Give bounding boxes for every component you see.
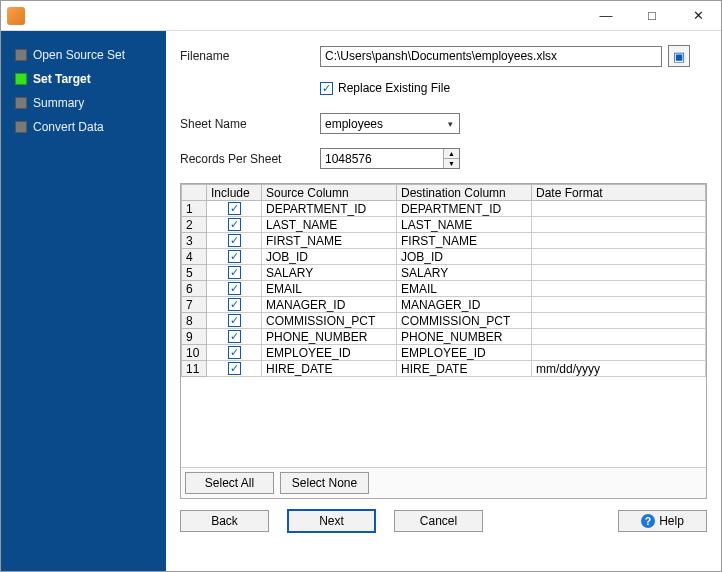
sidebar-item-set-target[interactable]: Set Target [1,67,166,91]
include-cell[interactable]: ✓ [207,329,262,345]
date-format-cell[interactable] [532,217,706,233]
grid-header-source[interactable]: Source Column [262,185,397,201]
dest-column-cell[interactable]: EMAIL [397,281,532,297]
sidebar-item-label: Convert Data [33,120,104,134]
records-per-sheet-spinner[interactable]: 1048576 ▲ ▼ [320,148,460,169]
date-format-cell[interactable] [532,313,706,329]
table-row[interactable]: 11✓HIRE_DATEHIRE_DATEmm/dd/yyyy [182,361,706,377]
sidebar-item-open-source-set[interactable]: Open Source Set [1,43,166,67]
sidebar-item-label: Summary [33,96,84,110]
dest-column-cell[interactable]: SALARY [397,265,532,281]
select-none-button[interactable]: Select None [280,472,369,494]
table-row[interactable]: 4✓JOB_IDJOB_ID [182,249,706,265]
grid-header-rownum[interactable] [182,185,207,201]
grid-header-include[interactable]: Include [207,185,262,201]
table-row[interactable]: 2✓LAST_NAMELAST_NAME [182,217,706,233]
include-cell[interactable]: ✓ [207,233,262,249]
spinner-down-button[interactable]: ▼ [444,159,459,168]
filename-input[interactable] [320,46,662,67]
source-column-cell[interactable]: JOB_ID [262,249,397,265]
minimize-button[interactable]: — [583,1,629,30]
include-checkbox[interactable]: ✓ [228,250,241,263]
source-column-cell[interactable]: COMMISSION_PCT [262,313,397,329]
include-checkbox[interactable]: ✓ [228,234,241,247]
spinner-up-button[interactable]: ▲ [444,149,459,159]
dest-column-cell[interactable]: DEPARTMENT_ID [397,201,532,217]
row-number: 8 [182,313,207,329]
dest-column-cell[interactable]: HIRE_DATE [397,361,532,377]
back-button[interactable]: Back [180,510,269,532]
table-row[interactable]: 8✓COMMISSION_PCTCOMMISSION_PCT [182,313,706,329]
records-value[interactable]: 1048576 [321,149,443,168]
source-column-cell[interactable]: MANAGER_ID [262,297,397,313]
include-checkbox[interactable]: ✓ [228,314,241,327]
dest-column-cell[interactable]: EMPLOYEE_ID [397,345,532,361]
dest-column-cell[interactable]: JOB_ID [397,249,532,265]
dest-column-cell[interactable]: LAST_NAME [397,217,532,233]
date-format-cell[interactable] [532,233,706,249]
browse-button[interactable]: ▣ [668,45,690,67]
sidebar-item-summary[interactable]: Summary [1,91,166,115]
maximize-button[interactable]: □ [629,1,675,30]
source-column-cell[interactable]: FIRST_NAME [262,233,397,249]
row-number: 7 [182,297,207,313]
select-all-button[interactable]: Select All [185,472,274,494]
date-format-cell[interactable] [532,345,706,361]
include-cell[interactable]: ✓ [207,297,262,313]
include-cell[interactable]: ✓ [207,345,262,361]
help-button[interactable]: ? Help [618,510,707,532]
include-cell[interactable]: ✓ [207,313,262,329]
grid-header-dest[interactable]: Destination Column [397,185,532,201]
dest-column-cell[interactable]: PHONE_NUMBER [397,329,532,345]
include-checkbox[interactable]: ✓ [228,202,241,215]
app-icon [7,7,25,25]
include-cell[interactable]: ✓ [207,249,262,265]
source-column-cell[interactable]: HIRE_DATE [262,361,397,377]
include-checkbox[interactable]: ✓ [228,330,241,343]
row-number: 3 [182,233,207,249]
window-buttons: — □ ✕ [583,1,721,30]
dest-column-cell[interactable]: COMMISSION_PCT [397,313,532,329]
date-format-cell[interactable] [532,265,706,281]
include-cell[interactable]: ✓ [207,265,262,281]
source-column-cell[interactable]: PHONE_NUMBER [262,329,397,345]
table-row[interactable]: 1✓DEPARTMENT_IDDEPARTMENT_ID [182,201,706,217]
source-column-cell[interactable]: DEPARTMENT_ID [262,201,397,217]
include-checkbox[interactable]: ✓ [228,282,241,295]
table-row[interactable]: 6✓EMAILEMAIL [182,281,706,297]
dest-column-cell[interactable]: MANAGER_ID [397,297,532,313]
include-checkbox[interactable]: ✓ [228,362,241,375]
source-column-cell[interactable]: SALARY [262,265,397,281]
date-format-cell[interactable]: mm/dd/yyyy [532,361,706,377]
include-cell[interactable]: ✓ [207,361,262,377]
sheetname-select[interactable]: employees ▾ [320,113,460,134]
sidebar-item-convert-data[interactable]: Convert Data [1,115,166,139]
include-checkbox[interactable]: ✓ [228,298,241,311]
include-cell[interactable]: ✓ [207,201,262,217]
sheetname-value: employees [325,117,383,131]
table-row[interactable]: 9✓PHONE_NUMBERPHONE_NUMBER [182,329,706,345]
include-cell[interactable]: ✓ [207,217,262,233]
cancel-button[interactable]: Cancel [394,510,483,532]
table-row[interactable]: 5✓SALARYSALARY [182,265,706,281]
next-button[interactable]: Next [287,509,376,533]
date-format-cell[interactable] [532,249,706,265]
date-format-cell[interactable] [532,201,706,217]
include-checkbox[interactable]: ✓ [228,218,241,231]
source-column-cell[interactable]: EMPLOYEE_ID [262,345,397,361]
date-format-cell[interactable] [532,281,706,297]
replace-existing-checkbox[interactable]: ✓ [320,82,333,95]
table-row[interactable]: 7✓MANAGER_IDMANAGER_ID [182,297,706,313]
table-row[interactable]: 10✓EMPLOYEE_IDEMPLOYEE_ID [182,345,706,361]
close-button[interactable]: ✕ [675,1,721,30]
dest-column-cell[interactable]: FIRST_NAME [397,233,532,249]
date-format-cell[interactable] [532,329,706,345]
source-column-cell[interactable]: EMAIL [262,281,397,297]
grid-header-dateformat[interactable]: Date Format [532,185,706,201]
source-column-cell[interactable]: LAST_NAME [262,217,397,233]
include-checkbox[interactable]: ✓ [228,266,241,279]
date-format-cell[interactable] [532,297,706,313]
include-checkbox[interactable]: ✓ [228,346,241,359]
include-cell[interactable]: ✓ [207,281,262,297]
table-row[interactable]: 3✓FIRST_NAMEFIRST_NAME [182,233,706,249]
